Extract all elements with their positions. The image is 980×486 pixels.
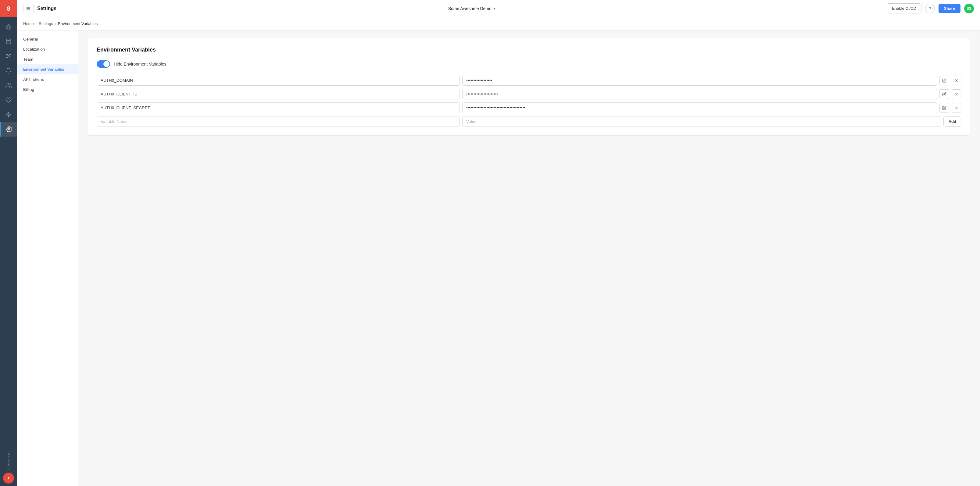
- user-avatar[interactable]: SS: [964, 4, 974, 13]
- env-var-value-input-0[interactable]: [462, 75, 937, 86]
- svg-point-0: [6, 39, 11, 41]
- new-var-value-input[interactable]: [462, 116, 941, 127]
- base-logo[interactable]: [3, 473, 14, 484]
- env-var-name-input-2[interactable]: [97, 102, 460, 113]
- share-button[interactable]: Share: [939, 4, 961, 13]
- svg-point-3: [10, 54, 10, 55]
- hide-env-vars-toggle[interactable]: [97, 60, 110, 68]
- toggle-knob: [103, 61, 110, 67]
- delete-button-1[interactable]: [951, 89, 961, 99]
- enable-cicd-button[interactable]: Enable CI/CD: [887, 3, 921, 13]
- env-var-name-2: [97, 102, 460, 113]
- sidebar-item-lightning[interactable]: [0, 107, 17, 122]
- env-var-row-0: [97, 75, 961, 86]
- new-var-row: Add: [97, 116, 961, 127]
- env-var-row-2: [97, 102, 961, 113]
- sidebar-nav: [0, 17, 17, 453]
- chevron-down-icon: ▾: [493, 6, 495, 11]
- new-var-name-input[interactable]: [97, 116, 460, 127]
- sidebar-item-database[interactable]: [0, 34, 17, 49]
- project-name: Some Awesome Demo: [448, 6, 492, 11]
- nav-item-general[interactable]: General: [17, 34, 78, 44]
- env-var-name-0: [97, 75, 460, 86]
- svg-point-4: [7, 83, 9, 85]
- project-selector[interactable]: Some Awesome Demo ▾: [448, 6, 495, 11]
- breadcrumb-home[interactable]: Home: [23, 21, 34, 26]
- header-right: Enable CI/CD ? Share SS: [887, 3, 974, 13]
- svg-point-7: [8, 478, 9, 479]
- settings-content: Environment Variables Hide Environment V…: [78, 30, 980, 486]
- svg-marker-5: [6, 112, 11, 118]
- header: Settings Some Awesome Demo ▾ Enable CI/C…: [17, 0, 980, 17]
- nav-item-team[interactable]: Team: [17, 54, 78, 64]
- delete-button-0[interactable]: [951, 76, 961, 85]
- edit-button-2[interactable]: [939, 103, 949, 113]
- svg-point-2: [6, 57, 7, 58]
- breadcrumb-settings[interactable]: Settings: [39, 21, 53, 26]
- env-var-name-1: [97, 89, 460, 99]
- env-var-row-1: [97, 89, 961, 99]
- new-var-name-container: [97, 116, 460, 127]
- header-center: Some Awesome Demo ▾: [56, 6, 887, 11]
- help-button[interactable]: ?: [925, 4, 935, 13]
- env-var-value-input-2[interactable]: [462, 102, 937, 113]
- edit-button-1[interactable]: [939, 89, 949, 99]
- nav-item-localization[interactable]: Localization: [17, 44, 78, 54]
- delete-button-2[interactable]: [951, 103, 961, 113]
- env-var-value-1: [462, 89, 937, 99]
- new-var-value-container: [462, 116, 941, 127]
- sidebar-item-notifications[interactable]: [0, 64, 17, 78]
- sidebar-item-settings[interactable]: [0, 122, 17, 137]
- breadcrumb-current: Environment Variables: [58, 21, 97, 26]
- sidebar-item-users[interactable]: [0, 78, 17, 93]
- console-label: console: [7, 453, 10, 470]
- env-var-value-input-1[interactable]: [462, 89, 937, 99]
- env-var-name-input-1[interactable]: [97, 89, 460, 99]
- sidebar-bottom: console: [0, 453, 17, 486]
- panel-title: Environment Variables: [97, 47, 961, 53]
- sidebar: 8 console: [0, 0, 17, 486]
- content-layout: General Localization Team Environment Va…: [17, 30, 980, 486]
- hide-env-vars-label: Hide Environment Variables: [114, 62, 167, 67]
- settings-nav: General Localization Team Environment Va…: [17, 30, 78, 486]
- page-title: Settings: [37, 6, 56, 11]
- nav-item-billing[interactable]: Billing: [17, 84, 78, 95]
- sidebar-item-branch[interactable]: [0, 49, 17, 64]
- nav-item-api-tokens[interactable]: API Tokens: [17, 75, 78, 84]
- env-vars-panel: Environment Variables Hide Environment V…: [88, 38, 970, 136]
- menu-button[interactable]: [23, 4, 33, 13]
- env-var-value-0: [462, 75, 937, 86]
- env-var-name-input-0[interactable]: [97, 75, 460, 86]
- breadcrumb-sep-2: ›: [55, 21, 56, 26]
- nav-item-environment-variables[interactable]: Environment Variables: [17, 64, 78, 75]
- env-var-value-2: [462, 102, 937, 113]
- sidebar-item-home[interactable]: [0, 19, 17, 34]
- add-variable-button[interactable]: Add: [943, 116, 961, 127]
- hide-env-vars-toggle-row: Hide Environment Variables: [97, 60, 961, 68]
- sidebar-item-plugins[interactable]: [0, 93, 17, 107]
- app-logo[interactable]: 8: [0, 0, 17, 17]
- svg-point-6: [8, 129, 10, 130]
- edit-button-0[interactable]: [939, 76, 949, 85]
- breadcrumb: Home › Settings › Environment Variables: [17, 17, 980, 30]
- breadcrumb-sep-1: ›: [36, 21, 37, 26]
- main-wrapper: Settings Some Awesome Demo ▾ Enable CI/C…: [17, 0, 980, 486]
